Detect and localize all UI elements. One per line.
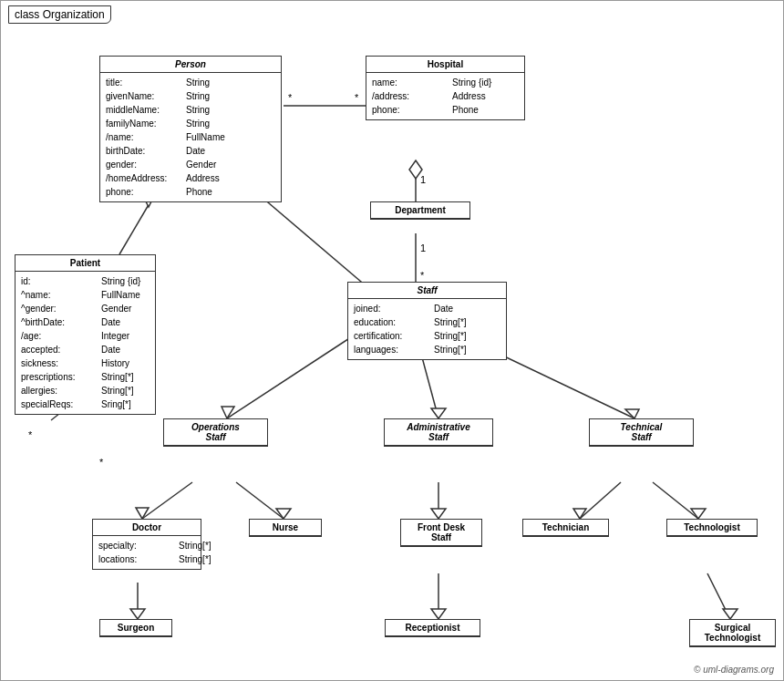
class-receptionist-title: Receptionist	[386, 620, 480, 636]
svg-marker-19	[625, 409, 639, 418]
class-technician: Technician	[522, 519, 609, 537]
class-patient: Patient id:String {id} ^name:FullName ^g…	[15, 254, 156, 415]
svg-text:*: *	[420, 270, 425, 281]
svg-marker-27	[573, 509, 586, 519]
copyright: © uml-diagrams.org	[694, 665, 774, 675]
class-technical-staff: TechnicalStaff	[589, 418, 694, 447]
svg-line-20	[142, 482, 192, 519]
class-nurse: Nurse	[249, 519, 322, 537]
svg-marker-33	[431, 609, 446, 619]
svg-text:*: *	[355, 92, 359, 103]
class-technologist-title: Technologist	[667, 520, 757, 536]
class-staff-body: joined:Date education:String[*] certific…	[348, 299, 506, 359]
svg-line-14	[227, 334, 356, 418]
class-staff-title: Staff	[348, 283, 506, 299]
diagram-container: class Organization * * 1 * 1 *	[0, 0, 784, 681]
svg-text:*: *	[99, 457, 104, 468]
svg-marker-15	[222, 407, 234, 418]
diagram-title: class Organization	[8, 5, 111, 24]
svg-marker-17	[431, 408, 446, 418]
class-doctor: Doctor specialty:String[*] locations:Str…	[92, 519, 201, 570]
class-department: Department	[370, 201, 470, 220]
class-doctor-body: specialty:String[*] locations:String[*]	[93, 536, 201, 569]
class-technologist: Technologist	[666, 519, 758, 537]
svg-marker-25	[431, 509, 446, 519]
class-operations-staff-title: OperationsStaff	[164, 419, 267, 446]
class-technical-staff-title: TechnicalStaff	[590, 419, 693, 446]
svg-text:*: *	[288, 92, 293, 103]
class-administrative-staff: AdministrativeStaff	[384, 418, 493, 447]
class-person-title: Person	[100, 57, 281, 73]
class-receptionist: Receptionist	[385, 619, 480, 637]
class-nurse-title: Nurse	[250, 520, 321, 536]
class-surgical-technologist-title: SurgicalTechnologist	[690, 620, 775, 646]
class-person: Person title:String givenName:String mid…	[99, 56, 282, 202]
class-operations-staff: OperationsStaff	[163, 418, 268, 447]
class-surgical-technologist: SurgicalTechnologist	[689, 619, 776, 647]
svg-marker-29	[691, 509, 706, 519]
class-staff: Staff joined:Date education:String[*] ce…	[347, 282, 507, 360]
svg-line-26	[580, 482, 621, 519]
class-hospital-body: name:String {id} /address:Address phone:…	[366, 73, 524, 119]
class-doctor-title: Doctor	[93, 520, 201, 536]
class-surgeon-title: Surgeon	[100, 620, 171, 636]
svg-text:1: 1	[420, 174, 426, 185]
class-patient-title: Patient	[15, 255, 155, 272]
svg-line-22	[236, 482, 284, 519]
class-front-desk-staff: Front DeskStaff	[400, 519, 482, 547]
svg-line-28	[653, 482, 698, 519]
svg-marker-4	[409, 160, 422, 179]
class-front-desk-staff-title: Front DeskStaff	[401, 520, 481, 546]
svg-marker-31	[130, 609, 145, 619]
class-patient-body: id:String {id} ^name:FullName ^gender:Ge…	[15, 272, 155, 414]
svg-text:1: 1	[420, 242, 426, 253]
svg-line-34	[707, 573, 730, 619]
svg-text:*: *	[28, 429, 33, 440]
class-surgeon: Surgeon	[99, 619, 172, 637]
class-technician-title: Technician	[523, 520, 608, 536]
class-hospital-title: Hospital	[366, 57, 524, 73]
svg-marker-21	[136, 508, 149, 519]
class-administrative-staff-title: AdministrativeStaff	[385, 419, 492, 446]
svg-marker-23	[276, 509, 291, 519]
class-hospital: Hospital name:String {id} /address:Addre…	[366, 56, 525, 120]
class-person-body: title:String givenName:String middleName…	[100, 73, 281, 201]
class-department-title: Department	[371, 202, 469, 219]
svg-marker-35	[723, 609, 738, 619]
